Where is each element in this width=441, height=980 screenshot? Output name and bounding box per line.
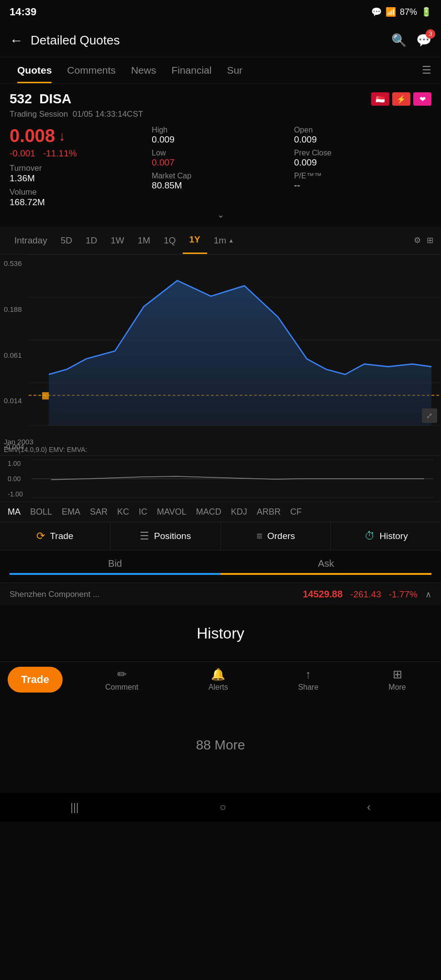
history-action[interactable]: ⏱ History bbox=[331, 522, 441, 550]
comment-label: Comment bbox=[105, 683, 138, 692]
ind-y-3: -1.00 bbox=[8, 490, 23, 498]
chart-date: Jan 2003 bbox=[4, 438, 441, 446]
trade-action[interactable]: ⟳ Trade bbox=[0, 522, 110, 550]
status-icons: 💬 📶 87% 🔋 bbox=[371, 7, 431, 17]
chart-tab-1d[interactable]: 1D bbox=[79, 227, 104, 254]
tab-sur[interactable]: Sur bbox=[219, 57, 250, 83]
ind-y-2: 0.00 bbox=[8, 475, 23, 483]
bid-ask-bar bbox=[10, 573, 431, 575]
current-price-col: 0.008 ↓ -0.001 -11.11% Turnover 1.36M Vo… bbox=[10, 126, 147, 208]
nav-comment[interactable]: ✏ Comment bbox=[105, 668, 138, 692]
chart-tab-intraday[interactable]: Intraday bbox=[8, 227, 54, 254]
tab-comments[interactable]: Comments bbox=[59, 57, 123, 83]
messages-button[interactable]: 💬 3 bbox=[416, 33, 431, 48]
more-label: 88 More bbox=[196, 738, 245, 753]
ticker-name: Shenzhen Component ... bbox=[10, 590, 295, 599]
volume-stat: Volume 168.72M bbox=[10, 187, 147, 208]
header: ← Detailed Quotes 🔍 💬 3 bbox=[0, 24, 441, 57]
chart-tab-1y[interactable]: 1Y bbox=[183, 227, 207, 254]
chart-expand-button[interactable]: ⊞ bbox=[427, 235, 433, 245]
stock-identifier: 532 DISA bbox=[10, 91, 71, 107]
chart-svg-area[interactable]: ⤢ bbox=[29, 254, 441, 427]
pe-stat: P/E™™ -- bbox=[294, 172, 431, 191]
singapore-flag[interactable]: 🇸🇬 bbox=[371, 92, 389, 106]
sys-recents-button[interactable]: ||| bbox=[70, 801, 78, 814]
indicator-y-labels: 1.00 0.00 -1.00 bbox=[8, 460, 23, 498]
low-stat: Low 0.007 bbox=[152, 149, 289, 168]
market-cap-stat: Market Cap 80.85M bbox=[152, 172, 289, 191]
tab-news[interactable]: News bbox=[123, 57, 164, 83]
positions-icon: ☰ bbox=[140, 530, 149, 542]
sys-home-button[interactable]: ○ bbox=[220, 801, 226, 814]
chart-tab-1m[interactable]: 1M bbox=[131, 227, 157, 254]
chart-settings-button[interactable]: ⚙ bbox=[414, 235, 421, 245]
ind-tab-macd[interactable]: MACD bbox=[196, 507, 221, 517]
positions-action[interactable]: ☰ Positions bbox=[110, 522, 221, 550]
nav-share[interactable]: ↑ Share bbox=[298, 668, 319, 692]
price-down-arrow: ↓ bbox=[59, 129, 66, 144]
sys-back-button[interactable]: ‹ bbox=[367, 801, 370, 814]
high-stat: High 0.009 bbox=[152, 126, 289, 145]
status-bar: 14:39 💬 📶 87% 🔋 bbox=[0, 0, 441, 24]
indicator-svg bbox=[32, 460, 433, 498]
heart-flag[interactable]: ❤ bbox=[413, 92, 431, 106]
positions-action-label: Positions bbox=[154, 531, 191, 541]
ind-tab-kc[interactable]: KC bbox=[117, 507, 129, 517]
tab-quotes[interactable]: Quotes bbox=[10, 57, 59, 83]
back-button[interactable]: ← bbox=[10, 33, 23, 48]
bid-bar-fill bbox=[10, 573, 220, 575]
search-button[interactable]: 🔍 bbox=[391, 33, 407, 48]
ind-tab-arbr[interactable]: ARBR bbox=[257, 507, 281, 517]
history-label: History bbox=[197, 625, 244, 642]
ind-tab-mavol[interactable]: MAVOL bbox=[157, 507, 187, 517]
more-label: More bbox=[388, 683, 406, 692]
orders-action[interactable]: ≡ Orders bbox=[221, 522, 331, 550]
price-change-pct: -11.11% bbox=[43, 148, 77, 159]
nav-alerts[interactable]: 🔔 Alerts bbox=[209, 668, 228, 692]
history-icon: ⏱ bbox=[364, 530, 375, 542]
price-section: 0.008 ↓ -0.001 -11.11% Turnover 1.36M Vo… bbox=[10, 126, 431, 208]
main-chart: 0.536 0.188 0.061 0.014 -0.004 bbox=[0, 254, 441, 455]
alerts-icon: 🔔 bbox=[211, 668, 225, 681]
svg-rect-6 bbox=[42, 392, 49, 399]
turnover-stat: Turnover 1.36M bbox=[10, 164, 147, 184]
ind-tab-cf[interactable]: CF bbox=[290, 507, 302, 517]
system-nav-bar: ||| ○ ‹ bbox=[0, 793, 441, 822]
ind-tab-boll[interactable]: BOLL bbox=[30, 507, 52, 517]
bid-ask-header: Bid Ask bbox=[10, 558, 431, 569]
prev-close-stat: Prev Close 0.009 bbox=[294, 149, 431, 168]
chart-tab-1min[interactable]: 1m ▲ bbox=[207, 227, 241, 254]
header-actions: 🔍 💬 3 bbox=[391, 33, 431, 48]
trade-button[interactable]: Trade bbox=[8, 667, 63, 693]
more-section: 88 More bbox=[0, 697, 441, 793]
ind-tab-ema[interactable]: EMA bbox=[62, 507, 80, 517]
status-time: 14:39 bbox=[10, 6, 36, 18]
page-title: Detailed Quotes bbox=[31, 33, 391, 48]
tab-financial[interactable]: Financial bbox=[164, 57, 219, 83]
chart-tab-5d[interactable]: 5D bbox=[54, 227, 79, 254]
trading-session-info: Trading Session 01/05 14:33:14CST bbox=[10, 110, 431, 119]
chart-tab-1q[interactable]: 1Q bbox=[157, 227, 182, 254]
share-icon: ↑ bbox=[305, 668, 311, 681]
chart-bottom-info: Jan 2003 EMV(14.0,9.0) EMV: EMVA: bbox=[4, 427, 441, 455]
price-chart-svg: ⤢ bbox=[29, 254, 441, 427]
ticker-expand-button[interactable]: ∧ bbox=[425, 589, 431, 600]
ind-tab-ic[interactable]: IC bbox=[139, 507, 147, 517]
market-ticker: Shenzhen Component ... 14529.88 -261.43 … bbox=[0, 583, 441, 606]
ind-tab-kdj[interactable]: KDJ bbox=[231, 507, 247, 517]
tabs-overflow-menu[interactable]: ☰ bbox=[422, 64, 431, 77]
alerts-label: Alerts bbox=[209, 683, 228, 692]
bottom-nav: Trade ✏ Comment 🔔 Alerts ↑ Share ⊞ More bbox=[0, 661, 441, 697]
expand-stats-button[interactable]: ⌄ bbox=[10, 208, 431, 222]
ind-tab-sar[interactable]: SAR bbox=[90, 507, 108, 517]
chart-period-tabs: Intraday 5D 1D 1W 1M 1Q 1Y 1m ▲ ⚙ ⊞ bbox=[0, 227, 441, 254]
high-low-col: High 0.009 Low 0.007 Market Cap 80.85M bbox=[152, 126, 289, 208]
bid-label: Bid bbox=[10, 558, 220, 569]
thunder-flag[interactable]: ⚡ bbox=[392, 92, 410, 106]
ind-tab-ma[interactable]: MA bbox=[8, 507, 21, 517]
whatsapp-icon: 💬 bbox=[371, 7, 382, 17]
trade-icon: ⟳ bbox=[36, 530, 45, 542]
stock-flags: 🇸🇬 ⚡ ❤ bbox=[371, 92, 431, 106]
chart-tab-1w[interactable]: 1W bbox=[104, 227, 131, 254]
nav-more[interactable]: ⊞ More bbox=[388, 668, 406, 692]
